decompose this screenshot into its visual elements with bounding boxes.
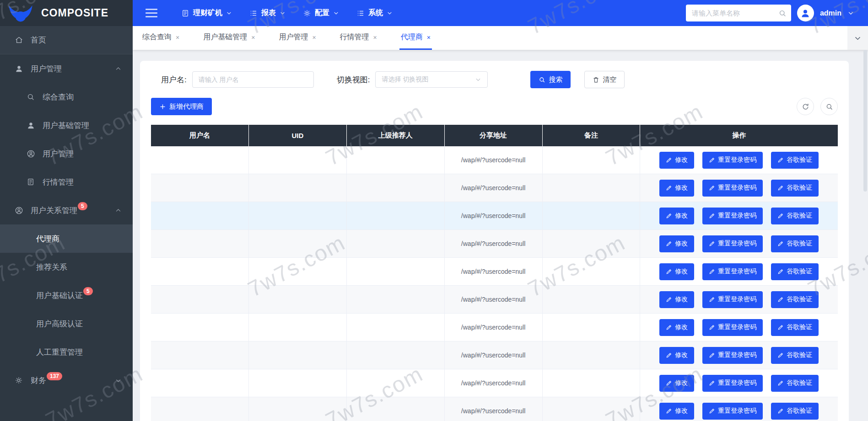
tab-4[interactable]: 代理商 × <box>399 26 432 50</box>
row-action-google-auth-button[interactable]: 谷歌验证 <box>771 208 819 224</box>
sidebar-item-9[interactable]: 用户基础认证5 <box>0 281 133 309</box>
sidebar-item-3[interactable]: 用户基础管理 <box>0 111 133 139</box>
cell-referrer <box>347 369 445 397</box>
row-action-edit-button[interactable]: 修改 <box>659 263 694 280</box>
close-icon[interactable]: × <box>176 34 179 41</box>
row-action-edit-button[interactable]: 修改 <box>659 180 694 197</box>
row-action-reset-password-button[interactable]: 重置登录密码 <box>702 375 763 392</box>
username-filter-label: 用户名: <box>161 75 187 85</box>
list-icon <box>356 9 365 17</box>
avatar[interactable] <box>797 5 814 21</box>
row-action-edit-button[interactable]: 修改 <box>659 375 694 392</box>
add-agent-button[interactable]: 新增代理商 <box>151 98 212 115</box>
row-action-google-auth-button[interactable]: 谷歌验证 <box>771 152 819 169</box>
row-action-google-auth-button[interactable]: 谷歌验证 <box>771 235 819 252</box>
username-label[interactable]: admin <box>820 9 841 17</box>
row-action-google-auth-button[interactable]: 谷歌验证 <box>771 403 819 420</box>
table-row: /wap/#/?usercode=null 修改 重置登录密码 谷歌验证 <box>151 314 838 341</box>
row-action-reset-password-button[interactable]: 重置登录密码 <box>702 152 763 169</box>
vertical-scrollbar[interactable] <box>863 50 867 421</box>
sidebar-item-6[interactable]: 用户关系管理5 <box>0 196 133 224</box>
row-action-edit-button[interactable]: 修改 <box>659 403 694 420</box>
username-filter-input[interactable] <box>192 71 314 88</box>
clear-button[interactable]: 清空 <box>584 71 625 88</box>
tabs-dropdown-button[interactable] <box>847 26 868 50</box>
scrollbar-thumb[interactable] <box>863 50 867 192</box>
close-icon[interactable]: × <box>427 34 431 41</box>
tab-2[interactable]: 用户管理 × <box>277 26 317 50</box>
sidebar-item-12[interactable]: 财务137 <box>0 366 133 394</box>
row-action-google-auth-button[interactable]: 谷歌验证 <box>771 291 819 308</box>
row-action-google-auth-button[interactable]: 谷歌验证 <box>771 180 819 197</box>
sidebar-menu: 首页用户管理综合查询用户基础管理用户管理行情管理用户关系管理5代理商推荐关系用户… <box>0 26 133 394</box>
sidebar-item-2[interactable]: 综合查询 <box>0 83 133 111</box>
pencil-icon <box>666 240 672 247</box>
nav-menu-2[interactable]: 配置 <box>303 8 339 18</box>
chevron-down-icon[interactable] <box>847 10 854 16</box>
row-action-edit-button[interactable]: 修改 <box>659 347 694 364</box>
tab-3[interactable]: 行情管理 × <box>339 26 378 50</box>
row-action-reset-password-button[interactable]: 重置登录密码 <box>702 319 763 336</box>
cell-uid <box>249 314 347 341</box>
gear-icon <box>303 9 311 17</box>
close-icon[interactable]: × <box>373 34 377 41</box>
cell-actions: 修改 重置登录密码 谷歌验证 <box>640 202 838 230</box>
row-action-reset-password-button[interactable]: 重置登录密码 <box>702 235 763 252</box>
bull-logo-icon <box>7 2 34 24</box>
sidebar-item-8[interactable]: 推荐关系 <box>0 253 133 281</box>
row-action-reset-password-button[interactable]: 重置登录密码 <box>702 347 763 364</box>
cell-username <box>151 341 249 369</box>
cell-uid <box>249 369 347 397</box>
sidebar-item-label: 首页 <box>31 35 46 45</box>
row-action-edit-button[interactable]: 修改 <box>659 291 694 308</box>
view-select[interactable]: 请选择 切换视图 <box>375 71 488 88</box>
tab-1[interactable]: 用户基础管理 × <box>202 26 256 50</box>
sidebar-item-7[interactable]: 代理商 <box>0 224 133 253</box>
row-action-reset-password-button[interactable]: 重置登录密码 <box>702 291 763 308</box>
column-search-button[interactable] <box>820 98 838 115</box>
sidebar-item-5[interactable]: 行情管理 <box>0 168 133 196</box>
nav-right: admin <box>686 5 854 21</box>
row-action-edit-button[interactable]: 修改 <box>659 319 694 336</box>
cell-referrer <box>347 397 445 421</box>
sidebar-item-11[interactable]: 人工重置管理 <box>0 338 133 366</box>
refresh-button[interactable] <box>797 98 814 115</box>
cell-referrer <box>347 314 445 341</box>
row-action-google-auth-button[interactable]: 谷歌验证 <box>771 347 819 364</box>
content-card: 用户名: 切换视图: 请选择 切换视图 搜索 清空 <box>140 61 849 421</box>
cell-share-url: /wap/#/?usercode=null <box>445 146 543 174</box>
nav-menu-3[interactable]: 系统 <box>356 8 393 18</box>
close-icon[interactable]: × <box>312 34 316 41</box>
nav-menu-1[interactable]: 报表 <box>249 8 286 18</box>
sidebar-item-4[interactable]: 用户管理 <box>0 139 133 168</box>
row-action-reset-password-button[interactable]: 重置登录密码 <box>702 403 763 420</box>
close-icon[interactable]: × <box>251 34 255 41</box>
search-button[interactable]: 搜索 <box>530 71 571 88</box>
chevron-down-icon <box>475 76 481 83</box>
cell-actions: 修改 重置登录密码 谷歌验证 <box>640 369 838 397</box>
menu-search-box[interactable] <box>686 5 791 21</box>
user-circle-icon <box>14 206 24 215</box>
sidebar-item-10[interactable]: 用户高级认证 <box>0 309 133 338</box>
menu-search-input[interactable] <box>692 9 778 17</box>
table-row: /wap/#/?usercode=null 修改 重置登录密码 谷歌验证 <box>151 397 838 421</box>
table-row: /wap/#/?usercode=null 修改 重置登录密码 谷歌验证 <box>151 258 838 286</box>
sidebar-item-1[interactable]: 用户管理 <box>0 54 133 83</box>
cell-username <box>151 230 249 258</box>
hamburger-icon[interactable] <box>146 9 157 17</box>
row-action-reset-password-button[interactable]: 重置登录密码 <box>702 208 763 224</box>
tab-0[interactable]: 综合查询 × <box>141 26 181 50</box>
row-action-google-auth-button[interactable]: 谷歌验证 <box>771 375 819 392</box>
row-action-google-auth-button[interactable]: 谷歌验证 <box>771 319 819 336</box>
table-row: /wap/#/?usercode=null 修改 重置登录密码 谷歌验证 <box>151 146 838 174</box>
row-action-reset-password-button[interactable]: 重置登录密码 <box>702 263 763 280</box>
row-action-edit-button[interactable]: 修改 <box>659 208 694 224</box>
nav-menu-0[interactable]: 理财矿机 <box>181 8 232 18</box>
row-action-reset-password-button[interactable]: 重置登录密码 <box>702 180 763 197</box>
search-icon[interactable] <box>778 9 787 17</box>
row-action-edit-button[interactable]: 修改 <box>659 152 694 169</box>
sidebar-item-0[interactable]: 首页 <box>0 26 133 54</box>
row-action-google-auth-button[interactable]: 谷歌验证 <box>771 263 819 280</box>
cell-actions: 修改 重置登录密码 谷歌验证 <box>640 174 838 202</box>
row-action-edit-button[interactable]: 修改 <box>659 235 694 252</box>
